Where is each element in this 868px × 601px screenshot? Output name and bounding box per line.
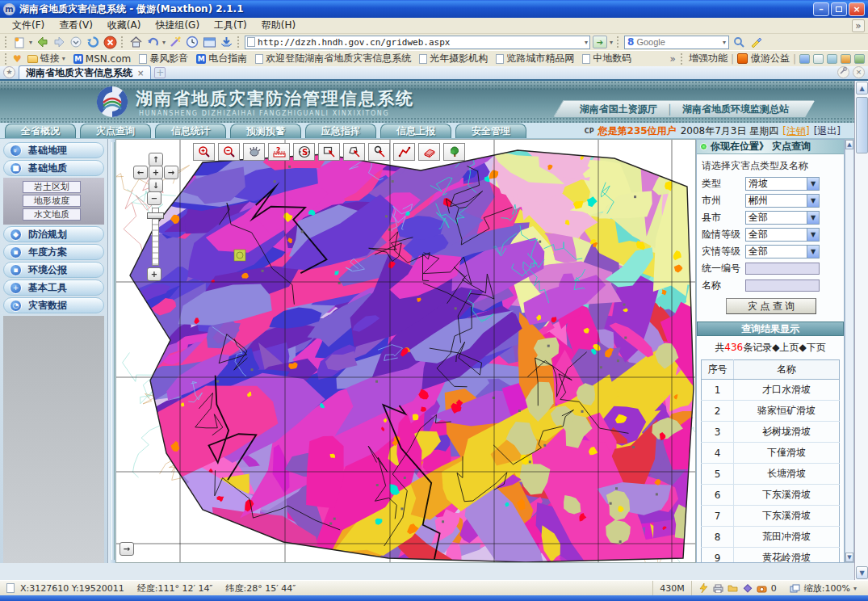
name-input[interactable] <box>745 279 820 292</box>
history-clock-icon[interactable] <box>185 36 199 49</box>
new-tab-icon[interactable] <box>12 36 27 49</box>
window-icon[interactable] <box>813 54 824 64</box>
pan-down-button[interactable]: ↓ <box>149 179 163 192</box>
county-select[interactable]: 全部▼ <box>745 211 820 225</box>
go-caret-icon[interactable]: ▾ <box>610 39 613 46</box>
weather-icon[interactable] <box>854 54 865 64</box>
scroll-up-icon[interactable]: ▲ <box>845 140 853 149</box>
next-page-link[interactable]: ◆下页 <box>799 342 825 353</box>
draw-line-button[interactable] <box>393 143 415 161</box>
close-panel-button[interactable]: × <box>853 66 865 78</box>
pan-right-button[interactable]: → <box>164 166 178 179</box>
sidebar-subitem-rock-zoning[interactable]: 岩土区划 <box>23 181 81 193</box>
zoom-window-icon[interactable] <box>790 583 801 593</box>
chevron-down-icon[interactable]: ▼ <box>807 212 819 224</box>
logout-link[interactable]: [注销] <box>782 124 809 138</box>
user-icon[interactable] <box>799 54 810 64</box>
close-button[interactable]: × <box>849 2 865 16</box>
pan-corner-button[interactable]: → <box>120 542 134 556</box>
nav-tab-statistics[interactable]: 信息统计 <box>155 124 226 138</box>
disaster-query-button[interactable]: 灾 点 查 询 <box>726 298 816 314</box>
history-dropdown-icon[interactable] <box>69 36 83 49</box>
chevron-down-icon[interactable]: ▼ <box>807 229 819 241</box>
favorites-star-button[interactable]: ★ <box>3 66 15 78</box>
restore-button[interactable] <box>831 2 847 16</box>
enhance-features-button[interactable]: 增强功能 <box>689 52 728 65</box>
disaster-level-select[interactable]: 全部▼ <box>745 245 820 258</box>
result-row[interactable]: 1 才口水滑坡 <box>702 380 840 401</box>
result-name[interactable]: 下东溪滑坡 <box>734 506 840 527</box>
link-land-resources[interactable]: 湖南省国土资源厅 <box>580 103 657 116</box>
menu-tools[interactable]: 工具(T) <box>207 17 254 34</box>
result-name[interactable]: 下僮滑坡 <box>734 443 840 464</box>
nav-tab-report[interactable]: 信息上报 <box>380 124 451 138</box>
new-tab-button[interactable]: + <box>154 67 166 78</box>
minimize-button[interactable]: – <box>813 2 829 16</box>
sidebar-item-base-geography[interactable]: » 基础地理 <box>3 142 104 158</box>
zoom-out-button[interactable] <box>218 143 240 161</box>
notepad-icon[interactable] <box>827 54 837 64</box>
panel-scrollbar[interactable]: ▲ ▼ <box>845 139 854 563</box>
nav-tab-disaster-query[interactable]: 灾点查询 <box>80 124 151 138</box>
linksbar-grip[interactable] <box>5 53 8 65</box>
link-geo-env-station[interactable]: 湖南省地质环境监测总站 <box>682 103 789 116</box>
city-select[interactable]: 郴州▼ <box>745 194 820 208</box>
result-row[interactable]: 3 衫树垅滑坡 <box>702 422 840 443</box>
forward-icon[interactable] <box>52 36 66 49</box>
geological-map[interactable] <box>116 140 695 562</box>
menu-overflow-button[interactable]: » <box>852 19 865 32</box>
tab-close-icon[interactable]: × <box>137 69 144 78</box>
sidebar-item-env-bulletin[interactable]: ▪ 环境公报 <box>3 262 104 278</box>
nav-tab-emergency[interactable]: 应急指挥 <box>305 124 376 138</box>
go-button[interactable]: ➔ <box>593 36 607 48</box>
chevron-down-icon[interactable]: ▼ <box>807 178 819 190</box>
home-icon[interactable] <box>128 36 143 49</box>
links-folder[interactable]: 链接 ▾ <box>25 52 68 65</box>
nav-tab-security[interactable]: 安全管理 <box>455 124 526 138</box>
scroll-down-icon[interactable]: ▼ <box>845 553 853 562</box>
chevron-down-icon[interactable]: ▼ <box>807 195 819 207</box>
zoom-minus-button[interactable]: − <box>147 191 161 205</box>
plugins-icon[interactable] <box>841 54 851 64</box>
scroll-down-icon[interactable]: ▼ <box>856 566 868 579</box>
link-msn[interactable]: MMSN.com <box>71 53 133 65</box>
menu-file[interactable]: 文件(F) <box>5 17 52 34</box>
link-city[interactable]: 览路城市精品网 <box>493 52 577 65</box>
result-row[interactable]: 4 下僮滑坡 <box>702 443 840 464</box>
sidebar-item-base-geology[interactable]: ■ 基础地质 <box>3 160 104 176</box>
result-row[interactable]: 2 骆家恒矿滑坡 <box>702 401 840 422</box>
favorites-heart-icon[interactable]: ♥ <box>13 53 22 65</box>
link-baofeng[interactable]: 暴风影音 <box>136 52 191 65</box>
undo-icon[interactable] <box>145 36 160 49</box>
result-name[interactable]: 黄花岭滑坡 <box>734 548 840 564</box>
url-input[interactable] <box>258 37 585 48</box>
select-rect-button[interactable] <box>318 143 340 161</box>
result-name[interactable]: 长塘滑坡 <box>734 464 840 485</box>
sidebar-item-prevention-plan[interactable]: ◆ 防治规划 <box>3 226 104 242</box>
printer-icon[interactable] <box>713 583 724 593</box>
select-circle-button[interactable] <box>368 143 390 161</box>
pan-button[interactable] <box>243 143 265 161</box>
search-input[interactable] <box>636 37 723 47</box>
exit-link[interactable]: [退出] <box>814 124 841 138</box>
charity-shield-icon[interactable] <box>737 53 748 64</box>
result-name[interactable]: 下东溪滑坡 <box>734 485 840 506</box>
menu-view[interactable]: 查看(V) <box>52 17 100 34</box>
scroll-up-icon[interactable]: ▲ <box>856 82 868 95</box>
chevron-down-icon[interactable]: ▼ <box>807 246 819 258</box>
zoom-plus-button[interactable]: + <box>147 267 161 281</box>
result-row[interactable]: 8 荒田冲滑坡 <box>702 527 840 548</box>
link-zhongdi[interactable]: 中地数码 <box>580 52 634 65</box>
menu-favorites[interactable]: 收藏(A) <box>100 17 149 34</box>
sidebar-subitem-hydrogeology[interactable]: 水文地质 <box>23 208 81 221</box>
result-name[interactable]: 荒田冲滑坡 <box>734 527 840 548</box>
nav-tab-forecast[interactable]: 预测预警 <box>230 124 301 138</box>
tab-active[interactable]: 湖南省地质灾害信息系统 × <box>19 65 151 79</box>
screenshot-camera-icon[interactable] <box>757 583 768 593</box>
result-row[interactable]: 5 长塘滑坡 <box>702 464 840 485</box>
maxthon-charity-link[interactable]: 傲游公益 <box>751 52 790 65</box>
proxy-diamond-icon[interactable] <box>742 583 753 593</box>
eraser-button[interactable] <box>418 143 440 161</box>
pan-center-button[interactable]: + <box>149 166 163 179</box>
unified-id-input[interactable] <box>745 263 820 275</box>
